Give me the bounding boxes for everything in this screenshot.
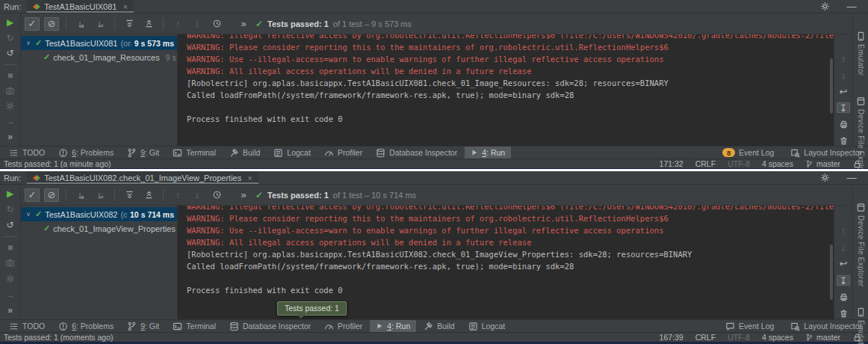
settings-gear-icon[interactable] — [817, 171, 832, 185]
test-settings-icon[interactable] — [4, 273, 16, 284]
indent-setting[interactable]: 4 spaces — [762, 333, 793, 342]
tool-tab-profiler[interactable]: Profiler — [318, 147, 368, 159]
show-ignored-icon[interactable]: ⊘ — [44, 188, 59, 202]
layout-inspector-button[interactable]: Layout Inspector — [790, 148, 862, 158]
run-console[interactable]: WARNING: Illegal reflective access by or… — [177, 34, 834, 146]
expand-all-icon[interactable] — [122, 17, 137, 31]
console-scrollbar[interactable] — [830, 58, 833, 114]
tool-tab-build[interactable]: Build — [418, 320, 460, 332]
side-button-device-file-explorer[interactable]: Device File Explorer — [856, 96, 866, 169]
import-test-results-icon[interactable]: → — [4, 289, 16, 300]
rerun-icon[interactable]: ▶ — [4, 17, 16, 28]
test-history-icon[interactable] — [209, 17, 224, 31]
tool-tab-4-run[interactable]: 4: Run — [370, 320, 416, 332]
run-config-tab[interactable]: TestA1BasicUIX082.check_01_ImageView_Pro… — [27, 171, 258, 184]
soft-wrap-icon[interactable]: ↩ — [837, 87, 850, 97]
tool-tab-database-inspector[interactable]: Database Inspector — [370, 147, 463, 159]
caret-position[interactable]: 167:39 — [660, 333, 683, 342]
clear-all-icon[interactable] — [837, 135, 850, 146]
close-tab-icon[interactable]: × — [247, 173, 252, 182]
console-scrollbar[interactable] — [830, 245, 833, 300]
more-actions-icon[interactable]: » — [236, 188, 251, 202]
show-ignored-icon[interactable]: ⊘ — [44, 17, 59, 31]
screenshot-icon[interactable] — [4, 258, 16, 269]
tool-tab-todo[interactable]: TODO — [3, 320, 51, 332]
next-occurrence-icon[interactable]: ↓ — [190, 17, 205, 31]
tool-tab-todo[interactable]: TODO — [3, 147, 51, 159]
tool-tab-9-git[interactable]: 9: Git — [121, 147, 165, 159]
up-stack-trace-icon[interactable]: ↑ — [837, 225, 850, 236]
rerun-failed-tests-icon[interactable]: ↻ — [4, 204, 16, 215]
scroll-to-end-icon[interactable]: ↧ — [837, 275, 850, 286]
previous-occurrence-icon[interactable]: ↑ — [170, 17, 185, 31]
test-settings-icon[interactable] — [4, 100, 16, 111]
event-log-button[interactable]: Event Log — [725, 322, 774, 331]
print-icon[interactable] — [837, 119, 850, 129]
sort-alphabetically-icon[interactable]: ↓a — [73, 188, 88, 202]
run-config-tab[interactable]: TestA1BasicUIX081 × — [27, 0, 134, 13]
test-tree-row-suite[interactable]: ∨ ✓ TestA1BasicUIX081 (org.aplas.basica … — [21, 36, 177, 50]
tool-tab-logcat[interactable]: Logcat — [462, 320, 512, 332]
toggle-auto-test-icon[interactable]: ↺ — [4, 220, 16, 231]
show-passed-icon[interactable]: ✓ — [25, 17, 40, 31]
previous-occurrence-icon[interactable]: ↑ — [170, 188, 185, 202]
layout-inspector-button[interactable]: Layout Inspector — [790, 322, 862, 331]
sort-alphabetically-icon[interactable]: ↓a — [73, 17, 88, 31]
close-tab-icon[interactable]: × — [123, 2, 127, 11]
git-branch-widget[interactable]: master — [805, 159, 840, 168]
file-encoding[interactable]: UTF-8 — [728, 159, 750, 168]
next-occurrence-icon[interactable]: ↓ — [190, 188, 205, 202]
rerun-icon[interactable]: ▶ — [4, 188, 16, 200]
test-tree-row-case[interactable]: ✓ check_01_Image_Resources 9 s 573 ms — [21, 50, 177, 64]
tool-tab-6-problems[interactable]: 6: Problems — [52, 320, 120, 332]
file-encoding[interactable]: UTF-8 — [728, 333, 750, 342]
tool-tab-database-inspector[interactable]: Database Inspector — [223, 320, 317, 332]
line-ending[interactable]: CRLF — [695, 159, 716, 168]
rerun-failed-tests-icon[interactable]: ↻ — [4, 33, 16, 44]
git-branch-widget[interactable]: master — [805, 333, 840, 342]
down-stack-trace-icon[interactable]: ↓ — [837, 70, 850, 81]
toggle-auto-test-icon[interactable]: ↺ — [4, 48, 16, 59]
hide-panel-icon[interactable]: — — [844, 171, 859, 185]
caret-position[interactable]: 171:32 — [660, 159, 683, 168]
tool-tab-4-run[interactable]: 4: Run — [465, 147, 511, 159]
test-tree-row-case[interactable]: ✓ check_01_ImageView_Properties 10 s 714… — [21, 221, 177, 236]
tool-tab-build[interactable]: Build — [223, 147, 266, 159]
scroll-to-end-icon[interactable]: ↧ — [837, 102, 850, 113]
line-ending[interactable]: CRLF — [695, 333, 716, 342]
import-test-results-icon[interactable]: → — [4, 116, 16, 127]
run-console[interactable]: WARNING: Illegal reflective access by or… — [177, 206, 834, 319]
settings-gear-icon[interactable] — [817, 0, 832, 13]
gutter-more-icon[interactable]: » — [4, 132, 16, 143]
chevron-down-icon[interactable]: ∨ — [26, 40, 32, 46]
tool-tab-6-problems[interactable]: 6: Problems — [52, 147, 120, 159]
stop-icon[interactable]: ■ — [4, 70, 16, 81]
collapse-all-icon[interactable] — [141, 188, 156, 202]
clear-all-icon[interactable] — [837, 309, 850, 319]
tool-tab-9-git[interactable]: 9: Git — [121, 320, 165, 332]
side-button-emulator[interactable]: Emulator — [856, 31, 866, 76]
hide-panel-icon[interactable]: — — [844, 0, 859, 13]
soft-wrap-icon[interactable]: ↩ — [837, 259, 850, 269]
side-button-device-file-explorer[interactable]: Device File Explorer — [856, 203, 866, 286]
gutter-more-icon[interactable]: » — [4, 304, 16, 316]
tool-tab-logcat[interactable]: Logcat — [267, 147, 317, 159]
chevron-down-icon[interactable]: ∨ — [26, 211, 32, 218]
stop-icon[interactable]: ■ — [4, 242, 16, 254]
test-tree-row-suite[interactable]: ∨ ✓ TestA1BasicUIX082 (org.aplas.basica … — [21, 207, 177, 221]
screenshot-icon[interactable] — [4, 85, 16, 96]
down-stack-trace-icon[interactable]: ↓ — [837, 242, 850, 252]
print-icon[interactable] — [837, 292, 850, 302]
collapse-all-icon[interactable] — [141, 17, 156, 31]
tool-tab-profiler[interactable]: Profiler — [318, 320, 368, 332]
more-actions-icon[interactable]: » — [236, 17, 251, 31]
tool-tab-terminal[interactable]: Terminal — [167, 147, 222, 159]
sort-by-duration-icon[interactable]: ↓≡ — [93, 188, 108, 202]
expand-all-icon[interactable] — [122, 188, 137, 202]
show-passed-icon[interactable]: ✓ — [25, 188, 40, 202]
tool-tab-terminal[interactable]: Terminal — [167, 320, 222, 332]
test-history-icon[interactable] — [209, 188, 224, 202]
up-stack-trace-icon[interactable]: ↑ — [837, 54, 850, 64]
sort-by-duration-icon[interactable]: ↓≡ — [93, 17, 108, 31]
indent-setting[interactable]: 4 spaces — [762, 159, 793, 168]
